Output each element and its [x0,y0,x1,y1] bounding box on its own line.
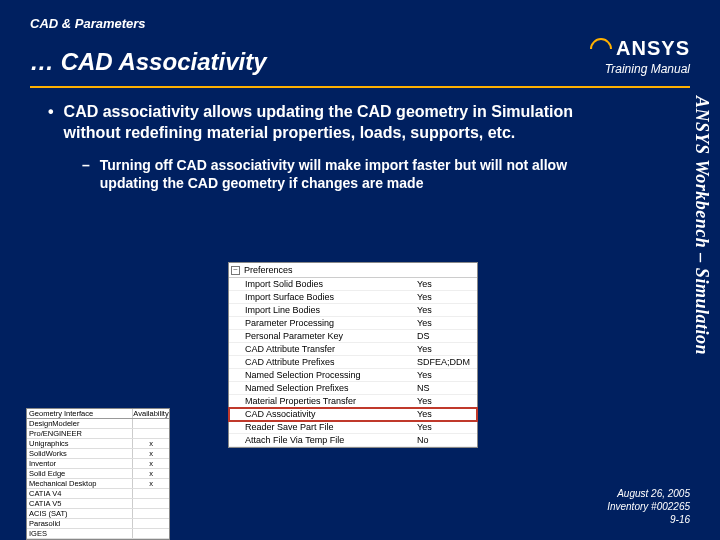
availability-row: IGES [27,529,169,539]
preferences-row[interactable]: CAD Attribute TransferYes [229,343,477,356]
availability-header-avail: Availability [133,409,169,418]
preferences-value: Yes [417,396,475,406]
availability-mark: x [133,449,169,458]
bullet-sub: – Turning off CAD associativity will mak… [82,156,622,192]
bullet-sub-text: Turning off CAD associativity will make … [100,156,622,192]
preferences-value: Yes [417,409,475,419]
availability-interface: Parasolid [27,519,133,528]
section-label: CAD & Parameters [30,16,690,31]
preferences-value: Yes [417,344,475,354]
preferences-key: Import Solid Bodies [245,279,417,289]
availability-row: ACIS (SAT) [27,509,169,519]
bullet-dot-icon: • [48,102,54,144]
preferences-value: Yes [417,318,475,328]
availability-mark: x [133,459,169,468]
availability-mark [133,489,169,498]
availability-mark [133,529,169,538]
preferences-row[interactable]: CAD AssociativityYes [229,408,477,421]
availability-header-interface: Geometry Interface [27,409,133,418]
logo-area: ANSYS Training Manual [590,37,690,76]
preferences-key: Personal Parameter Key [245,331,417,341]
preferences-value: No [417,435,475,445]
preferences-key: Import Surface Bodies [245,292,417,302]
preferences-value: NS [417,383,475,393]
availability-row: CATIA V4 [27,489,169,499]
footer-inventory: Inventory #002265 [607,500,690,513]
availability-interface: CATIA V4 [27,489,133,498]
preferences-key: CAD Associativity [245,409,417,419]
availability-interface: Inventor [27,459,133,468]
availability-row: CATIA V5 [27,499,169,509]
ansys-swoosh-icon [586,33,617,64]
title-row: … CAD Associativity ANSYS Training Manua… [30,37,690,76]
ansys-logo-text: ANSYS [616,37,690,60]
preferences-row[interactable]: Named Selection ProcessingYes [229,369,477,382]
preferences-heading-row[interactable]: − Preferences [229,263,477,278]
availability-mark [133,509,169,518]
preferences-value: DS [417,331,475,341]
availability-header-row: Geometry Interface Availability [27,409,169,419]
slide-header: CAD & Parameters … CAD Associativity ANS… [0,0,720,80]
preferences-row[interactable]: Material Properties TransferYes [229,395,477,408]
preferences-key: CAD Attribute Prefixes [245,357,417,367]
preferences-key: Material Properties Transfer [245,396,417,406]
preferences-value: Yes [417,292,475,302]
ansys-logo: ANSYS [590,37,690,60]
preferences-panel: − Preferences Import Solid BodiesYesImpo… [228,262,478,448]
slide-footer: August 26, 2005 Inventory #002265 9-16 [607,487,690,526]
availability-row: SolidWorksx [27,449,169,459]
page-title: … CAD Associativity [30,48,267,76]
preferences-row[interactable]: Personal Parameter KeyDS [229,330,477,343]
preferences-row[interactable]: Named Selection PrefixesNS [229,382,477,395]
availability-interface: DesignModeler [27,419,133,428]
availability-mark: x [133,469,169,478]
preferences-row[interactable]: Import Line BodiesYes [229,304,477,317]
preferences-row[interactable]: Import Surface BodiesYes [229,291,477,304]
availability-row: Mechanical Desktopx [27,479,169,489]
availability-mark [133,519,169,528]
preferences-row[interactable]: Import Solid BodiesYes [229,278,477,291]
preferences-key: Named Selection Prefixes [245,383,417,393]
preferences-key: Named Selection Processing [245,370,417,380]
sidebar-vertical-title: ANSYS Workbench – Simulation [691,96,712,355]
availability-interface: Pro/ENGINEER [27,429,133,438]
availability-row: DesignModeler [27,419,169,429]
availability-interface: IGES [27,529,133,538]
availability-row: Parasolid [27,519,169,529]
footer-page: 9-16 [607,513,690,526]
availability-interface: ACIS (SAT) [27,509,133,518]
preferences-value: Yes [417,422,475,432]
preferences-value: Yes [417,279,475,289]
bullet-main-text: CAD associativity allows updating the CA… [64,102,628,144]
slide-content: • CAD associativity allows updating the … [0,88,720,192]
footer-date: August 26, 2005 [607,487,690,500]
availability-mark: x [133,479,169,488]
preferences-value: Yes [417,305,475,315]
preferences-key: Reader Save Part File [245,422,417,432]
availability-mark: x [133,439,169,448]
availability-interface: Mechanical Desktop [27,479,133,488]
availability-interface: Unigraphics [27,439,133,448]
preferences-key: CAD Attribute Transfer [245,344,417,354]
availability-table: Geometry Interface Availability DesignMo… [26,408,170,540]
availability-row: Solid Edgex [27,469,169,479]
availability-mark [133,419,169,428]
preferences-row[interactable]: Parameter ProcessingYes [229,317,477,330]
preferences-key: Attach File Via Temp File [245,435,417,445]
availability-interface: CATIA V5 [27,499,133,508]
preferences-key: Parameter Processing [245,318,417,328]
preferences-row[interactable]: Reader Save Part FileYes [229,421,477,434]
preferences-body: Import Solid BodiesYesImport Surface Bod… [229,278,477,447]
preferences-row[interactable]: CAD Attribute PrefixesSDFEA;DDM [229,356,477,369]
preferences-heading: Preferences [244,265,293,275]
availability-interface: Solid Edge [27,469,133,478]
availability-mark [133,429,169,438]
availability-row: Inventorx [27,459,169,469]
bullet-main: • CAD associativity allows updating the … [48,102,628,144]
availability-row: Pro/ENGINEER [27,429,169,439]
availability-body: DesignModelerPro/ENGINEERUnigraphicsxSol… [27,419,169,539]
preferences-row[interactable]: Attach File Via Temp FileNo [229,434,477,447]
preferences-value: SDFEA;DDM [417,357,475,367]
preferences-value: Yes [417,370,475,380]
tree-collapse-icon[interactable]: − [231,266,240,275]
